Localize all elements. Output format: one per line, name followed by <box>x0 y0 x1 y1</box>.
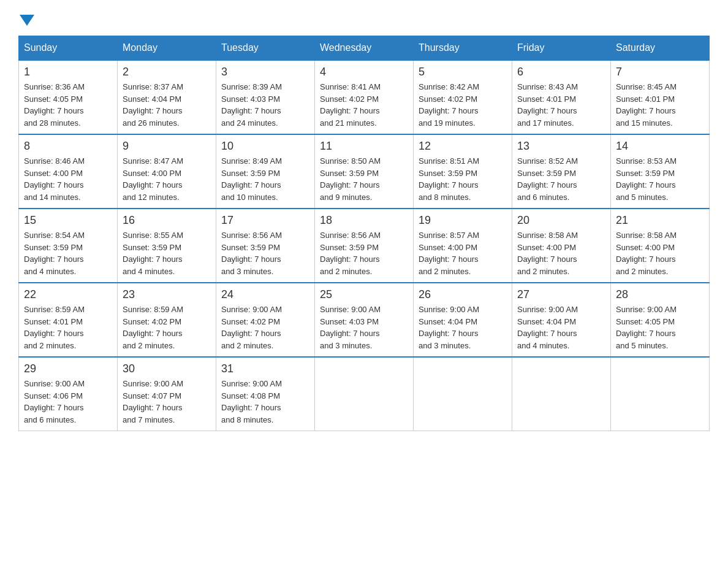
calendar-day-cell: 5Sunrise: 8:42 AMSunset: 4:02 PMDaylight… <box>414 60 512 134</box>
day-number: 7 <box>616 66 704 79</box>
calendar-empty-cell <box>414 357 512 431</box>
day-info: Sunrise: 8:54 AMSunset: 3:59 PMDaylight:… <box>24 229 112 277</box>
day-number: 20 <box>517 214 605 227</box>
calendar-header-row: SundayMondayTuesdayWednesdayThursdayFrid… <box>19 36 710 61</box>
day-info: Sunrise: 8:59 AMSunset: 4:01 PMDaylight:… <box>24 304 112 351</box>
day-info: Sunrise: 9:00 AMSunset: 4:05 PMDaylight:… <box>616 304 704 351</box>
calendar-table: SundayMondayTuesdayWednesdayThursdayFrid… <box>18 36 710 431</box>
day-number: 3 <box>221 66 309 79</box>
day-number: 10 <box>221 140 309 153</box>
calendar-day-cell: 26Sunrise: 9:00 AMSunset: 4:04 PMDayligh… <box>414 283 512 357</box>
calendar-empty-cell <box>512 357 611 431</box>
day-number: 6 <box>517 66 605 79</box>
calendar-day-cell: 2Sunrise: 8:37 AMSunset: 4:04 PMDaylight… <box>118 60 216 134</box>
day-info: Sunrise: 9:00 AMSunset: 4:04 PMDaylight:… <box>419 304 507 351</box>
calendar-day-cell: 30Sunrise: 9:00 AMSunset: 4:07 PMDayligh… <box>118 357 216 431</box>
logo <box>18 12 36 23</box>
day-number: 13 <box>517 140 605 153</box>
calendar-header-saturday: Saturday <box>611 36 710 61</box>
day-number: 4 <box>320 66 408 79</box>
day-number: 12 <box>419 140 507 153</box>
calendar-day-cell: 18Sunrise: 8:56 AMSunset: 3:59 PMDayligh… <box>315 209 414 283</box>
day-info: Sunrise: 8:58 AMSunset: 4:00 PMDaylight:… <box>616 229 704 277</box>
calendar-day-cell: 21Sunrise: 8:58 AMSunset: 4:00 PMDayligh… <box>611 209 710 283</box>
calendar-day-cell: 1Sunrise: 8:36 AMSunset: 4:05 PMDaylight… <box>19 60 118 134</box>
day-number: 2 <box>123 66 211 79</box>
day-info: Sunrise: 9:00 AMSunset: 4:03 PMDaylight:… <box>320 304 408 351</box>
day-info: Sunrise: 8:50 AMSunset: 3:59 PMDaylight:… <box>320 155 408 203</box>
day-number: 19 <box>419 214 507 227</box>
day-info: Sunrise: 8:56 AMSunset: 3:59 PMDaylight:… <box>221 229 309 277</box>
calendar-day-cell: 17Sunrise: 8:56 AMSunset: 3:59 PMDayligh… <box>216 209 315 283</box>
calendar-day-cell: 23Sunrise: 8:59 AMSunset: 4:02 PMDayligh… <box>118 283 216 357</box>
day-number: 31 <box>221 362 309 375</box>
day-number: 27 <box>517 288 605 301</box>
calendar-day-cell: 31Sunrise: 9:00 AMSunset: 4:08 PMDayligh… <box>216 357 315 431</box>
calendar-day-cell: 19Sunrise: 8:57 AMSunset: 4:00 PMDayligh… <box>414 209 512 283</box>
calendar-day-cell: 16Sunrise: 8:55 AMSunset: 3:59 PMDayligh… <box>118 209 216 283</box>
day-number: 21 <box>616 214 704 227</box>
calendar-day-cell: 27Sunrise: 9:00 AMSunset: 4:04 PMDayligh… <box>512 283 611 357</box>
day-number: 18 <box>320 214 408 227</box>
day-info: Sunrise: 8:59 AMSunset: 4:02 PMDaylight:… <box>123 304 211 351</box>
day-info: Sunrise: 8:41 AMSunset: 4:02 PMDaylight:… <box>320 81 408 129</box>
calendar-day-cell: 28Sunrise: 9:00 AMSunset: 4:05 PMDayligh… <box>611 283 710 357</box>
day-number: 14 <box>616 140 704 153</box>
day-number: 15 <box>24 214 112 227</box>
calendar-day-cell: 22Sunrise: 8:59 AMSunset: 4:01 PMDayligh… <box>19 283 118 357</box>
calendar-week-row: 22Sunrise: 8:59 AMSunset: 4:01 PMDayligh… <box>19 283 710 357</box>
calendar-header-sunday: Sunday <box>19 36 118 61</box>
day-number: 8 <box>24 140 112 153</box>
day-info: Sunrise: 8:42 AMSunset: 4:02 PMDaylight:… <box>419 81 507 129</box>
page-header <box>18 12 710 23</box>
day-info: Sunrise: 8:56 AMSunset: 3:59 PMDaylight:… <box>320 229 408 277</box>
day-info: Sunrise: 8:37 AMSunset: 4:04 PMDaylight:… <box>123 81 211 129</box>
calendar-empty-cell <box>611 357 710 431</box>
day-number: 29 <box>24 362 112 375</box>
day-number: 26 <box>419 288 507 301</box>
calendar-day-cell: 9Sunrise: 8:47 AMSunset: 4:00 PMDaylight… <box>118 134 216 209</box>
calendar-day-cell: 15Sunrise: 8:54 AMSunset: 3:59 PMDayligh… <box>19 209 118 283</box>
calendar-day-cell: 14Sunrise: 8:53 AMSunset: 3:59 PMDayligh… <box>611 134 710 209</box>
day-info: Sunrise: 9:00 AMSunset: 4:07 PMDaylight:… <box>123 378 211 426</box>
calendar-day-cell: 12Sunrise: 8:51 AMSunset: 3:59 PMDayligh… <box>414 134 512 209</box>
calendar-day-cell: 3Sunrise: 8:39 AMSunset: 4:03 PMDaylight… <box>216 60 315 134</box>
day-number: 24 <box>221 288 309 301</box>
calendar-header-tuesday: Tuesday <box>216 36 315 61</box>
calendar-day-cell: 13Sunrise: 8:52 AMSunset: 3:59 PMDayligh… <box>512 134 611 209</box>
day-info: Sunrise: 9:00 AMSunset: 4:02 PMDaylight:… <box>221 304 309 351</box>
day-info: Sunrise: 8:43 AMSunset: 4:01 PMDaylight:… <box>517 81 605 129</box>
calendar-day-cell: 6Sunrise: 8:43 AMSunset: 4:01 PMDaylight… <box>512 60 611 134</box>
calendar-week-row: 1Sunrise: 8:36 AMSunset: 4:05 PMDaylight… <box>19 60 710 134</box>
calendar-header-friday: Friday <box>512 36 611 61</box>
calendar-header-wednesday: Wednesday <box>315 36 414 61</box>
day-number: 22 <box>24 288 112 301</box>
calendar-header-thursday: Thursday <box>414 36 512 61</box>
day-number: 17 <box>221 214 309 227</box>
day-info: Sunrise: 8:55 AMSunset: 3:59 PMDaylight:… <box>123 229 211 277</box>
day-number: 9 <box>123 140 211 153</box>
day-number: 16 <box>123 214 211 227</box>
calendar-day-cell: 7Sunrise: 8:45 AMSunset: 4:01 PMDaylight… <box>611 60 710 134</box>
day-info: Sunrise: 8:36 AMSunset: 4:05 PMDaylight:… <box>24 81 112 129</box>
calendar-week-row: 29Sunrise: 9:00 AMSunset: 4:06 PMDayligh… <box>19 357 710 431</box>
day-info: Sunrise: 8:47 AMSunset: 4:00 PMDaylight:… <box>123 155 211 203</box>
day-info: Sunrise: 8:58 AMSunset: 4:00 PMDaylight:… <box>517 229 605 277</box>
calendar-header-monday: Monday <box>118 36 216 61</box>
day-number: 11 <box>320 140 408 153</box>
logo-arrow-icon <box>20 15 34 26</box>
day-info: Sunrise: 9:00 AMSunset: 4:04 PMDaylight:… <box>517 304 605 351</box>
calendar-day-cell: 11Sunrise: 8:50 AMSunset: 3:59 PMDayligh… <box>315 134 414 209</box>
day-number: 25 <box>320 288 408 301</box>
calendar-day-cell: 29Sunrise: 9:00 AMSunset: 4:06 PMDayligh… <box>19 357 118 431</box>
calendar-day-cell: 25Sunrise: 9:00 AMSunset: 4:03 PMDayligh… <box>315 283 414 357</box>
day-info: Sunrise: 8:46 AMSunset: 4:00 PMDaylight:… <box>24 155 112 203</box>
day-info: Sunrise: 8:57 AMSunset: 4:00 PMDaylight:… <box>419 229 507 277</box>
calendar-day-cell: 8Sunrise: 8:46 AMSunset: 4:00 PMDaylight… <box>19 134 118 209</box>
day-info: Sunrise: 9:00 AMSunset: 4:06 PMDaylight:… <box>24 378 112 426</box>
day-info: Sunrise: 8:45 AMSunset: 4:01 PMDaylight:… <box>616 81 704 129</box>
day-info: Sunrise: 8:39 AMSunset: 4:03 PMDaylight:… <box>221 81 309 129</box>
calendar-day-cell: 20Sunrise: 8:58 AMSunset: 4:00 PMDayligh… <box>512 209 611 283</box>
day-number: 1 <box>24 66 112 79</box>
calendar-week-row: 15Sunrise: 8:54 AMSunset: 3:59 PMDayligh… <box>19 209 710 283</box>
